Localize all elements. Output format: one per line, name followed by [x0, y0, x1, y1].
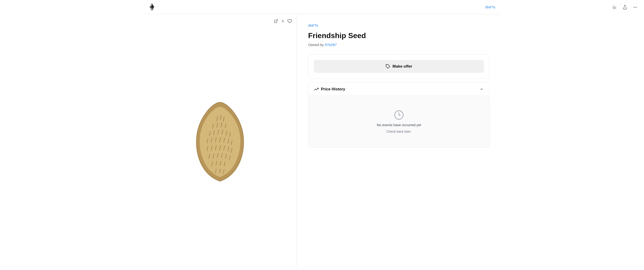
make-offer-card: Make offer: [308, 54, 490, 79]
clock-icon: [394, 110, 404, 120]
ethereum-icon: [149, 4, 155, 10]
like-count: 0: [282, 19, 284, 23]
owner-line: Owned by 9762B7: [308, 43, 490, 47]
no-events-title: No events have occurred yet: [377, 123, 421, 127]
page-container: dNFTs 0: [143, 0, 501, 270]
right-panel: dNFTs Friendship Seed Owned by 9762B7 Ma…: [297, 14, 501, 270]
price-history-header[interactable]: Price History: [308, 83, 490, 96]
price-history-body: No events have occurred yet Check back l…: [308, 96, 490, 147]
price-history-label: Price History: [321, 87, 345, 92]
main-content: 0: [143, 14, 501, 270]
owned-by-label: Owned by: [308, 43, 325, 47]
svg-line-0: [276, 20, 278, 22]
price-history-card: Price History No events have occurred ye…: [308, 82, 490, 148]
favorite-button[interactable]: [286, 18, 293, 24]
nav-left: [149, 4, 155, 10]
chevron-up-icon: [479, 87, 484, 92]
make-offer-button[interactable]: Make offer: [314, 60, 484, 73]
make-offer-label: Make offer: [393, 64, 412, 69]
collection-breadcrumb[interactable]: dNFTs: [308, 24, 318, 28]
nft-title: Friendship Seed: [308, 31, 490, 40]
owner-address[interactable]: 9762B7: [325, 43, 337, 47]
nav-right: dNFTs: [485, 5, 495, 9]
trending-up-icon: [314, 87, 318, 92]
price-history-title-group: Price History: [314, 87, 345, 92]
dnfts-breadcrumb[interactable]: dNFTs: [485, 5, 495, 9]
no-events-subtitle: Check back later.: [386, 130, 411, 133]
top-nav: dNFTs: [143, 0, 501, 14]
left-panel: 0: [143, 14, 297, 270]
external-link-button[interactable]: [273, 18, 279, 24]
seed-image: [188, 98, 252, 186]
